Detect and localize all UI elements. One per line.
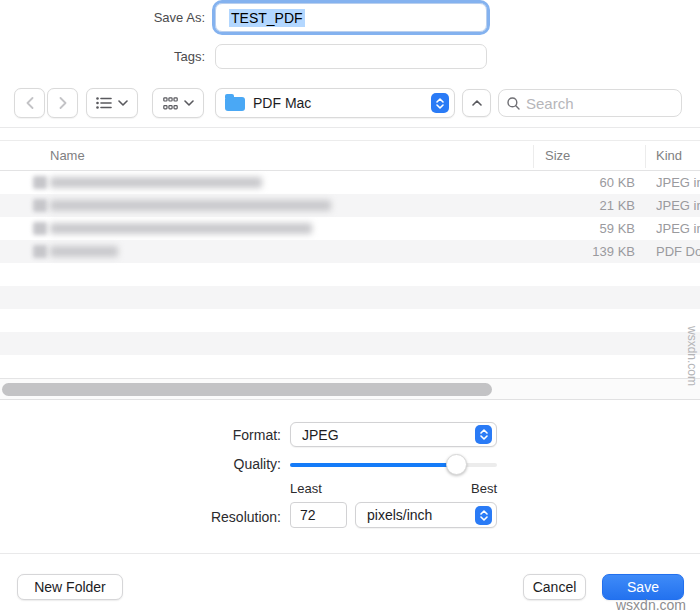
location-popup[interactable]: PDF Mac [215,88,455,118]
resolution-input[interactable]: 72 [290,502,347,528]
dropdown-stepper-icon [475,425,492,444]
cancel-button[interactable]: Cancel [523,574,586,600]
list-view-icon [96,97,112,109]
group-view-icon [163,97,178,110]
column-divider[interactable] [533,145,534,168]
quality-slider[interactable] [290,454,497,475]
file-kind: PDF Document [656,244,700,259]
save-as-label: Save As: [24,10,205,25]
empty-row [0,309,700,332]
file-icon-redacted [33,199,47,212]
file-size: 60 KB [600,175,635,190]
chevron-up-icon [472,100,482,106]
column-divider[interactable] [645,145,646,168]
chevron-right-icon [59,97,67,109]
search-input[interactable]: Search [498,89,682,117]
column-header-size[interactable]: Size [545,148,570,163]
search-placeholder: Search [526,95,574,112]
chevron-down-icon [184,100,194,106]
file-size: 21 KB [600,198,635,213]
file-name-redacted [50,246,118,257]
save-label: Save [627,579,659,595]
divider [0,127,700,128]
quality-label: Quality: [100,456,281,472]
divider [0,553,700,554]
file-size: 59 KB [600,221,635,236]
folder-icon [225,97,245,111]
cancel-label: Cancel [533,579,577,595]
watermark-text: wsxdn.com [685,326,699,386]
popup-stepper-icon [431,93,449,113]
new-folder-label: New Folder [34,579,106,595]
chevron-down-icon [118,100,128,106]
file-name-redacted [50,223,312,234]
quality-scale-labels: Least Best [290,481,497,496]
chevron-left-icon [26,97,34,109]
view-list-button[interactable] [86,88,138,118]
resolution-value: 72 [300,507,316,523]
forward-button[interactable] [47,88,78,118]
format-dropdown[interactable]: JPEG [290,422,497,447]
format-value: JPEG [302,427,475,443]
back-button[interactable] [14,88,45,118]
empty-row [0,286,700,309]
watermark-text: wsxdn.com [616,597,686,610]
file-icon-redacted [33,245,47,258]
empty-row [0,263,700,286]
file-kind: JPEG image [656,198,700,213]
view-group-button[interactable] [152,88,204,118]
file-row[interactable]: 139 KBPDF Document [0,240,700,263]
slider-fill [290,463,456,467]
resolution-label: Resolution: [100,509,281,525]
save-as-input[interactable]: TEST_PDF [215,3,487,32]
quality-least-label: Least [290,481,322,496]
slider-thumb[interactable] [446,454,467,475]
horizontal-scrollbar[interactable] [0,378,700,400]
empty-row [0,332,700,355]
resolution-unit-dropdown[interactable]: pixels/inch [355,502,497,528]
file-list: 60 KBJPEG image21 KBJPEG image59 KBJPEG … [0,171,700,355]
quality-best-label: Best [471,481,497,496]
file-name-redacted [50,177,262,188]
file-row[interactable]: 60 KBJPEG image [0,171,700,194]
file-name-redacted [50,200,331,211]
format-label: Format: [100,427,281,443]
column-header-kind[interactable]: Kind [656,148,682,163]
file-row[interactable]: 21 KBJPEG image [0,194,700,217]
column-header-name[interactable]: Name [50,148,85,163]
new-folder-button[interactable]: New Folder [17,574,123,600]
file-icon-redacted [33,222,47,235]
file-list-header: Name Size Kind [0,140,700,171]
tags-input[interactable] [215,44,487,69]
tags-label: Tags: [24,49,205,64]
file-size: 139 KB [592,244,635,259]
save-as-value: TEST_PDF [229,9,305,27]
file-icon-redacted [33,176,47,189]
file-kind: JPEG image [656,175,700,190]
file-kind: JPEG image [656,221,700,236]
collapse-dialog-button[interactable] [462,89,491,117]
search-icon [507,97,520,110]
resolution-unit-value: pixels/inch [367,507,475,523]
location-popup-value: PDF Mac [253,95,431,111]
scrollbar-thumb[interactable] [2,383,492,396]
save-dialog: Save As: TEST_PDF Tags: PDF Mac [0,0,700,610]
file-row[interactable]: 59 KBJPEG image [0,217,700,240]
dropdown-stepper-icon [475,506,492,525]
